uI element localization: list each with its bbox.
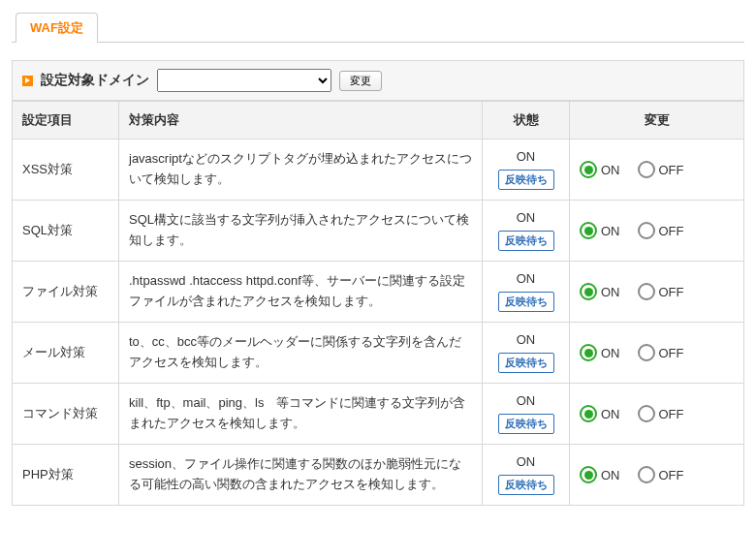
radio-circle-icon	[580, 283, 597, 300]
radio-off-label: OFF	[659, 285, 684, 299]
row-change-cell: ONOFF	[570, 140, 744, 201]
row-change-cell: ONOFF	[570, 201, 744, 262]
radio-circle-icon	[638, 405, 655, 422]
radio-group: ONOFF	[580, 405, 734, 422]
row-description: javascriptなどのスクリプトタグが埋め込まれたアクセスについて検知します…	[119, 140, 483, 201]
radio-circle-icon	[638, 222, 655, 239]
domain-label: 設定対象ドメイン	[41, 72, 149, 89]
radio-on-label: ON	[601, 285, 620, 299]
domain-select[interactable]	[157, 69, 331, 92]
radio-off-label: OFF	[659, 163, 684, 177]
radio-on[interactable]: ON	[580, 466, 620, 483]
status-value: ON	[492, 332, 559, 347]
radio-on[interactable]: ON	[580, 161, 620, 178]
radio-circle-icon	[580, 344, 597, 361]
radio-off[interactable]: OFF	[638, 466, 684, 483]
row-status-cell: ON反映待ち	[483, 140, 570, 201]
table-header-row: 設定項目 対策内容 状態 変更	[13, 102, 744, 140]
radio-on[interactable]: ON	[580, 405, 620, 422]
radio-off-label: OFF	[659, 346, 684, 360]
radio-circle-icon	[580, 222, 597, 239]
row-status-cell: ON反映待ち	[483, 201, 570, 262]
radio-on-label: ON	[601, 468, 620, 482]
status-badge: 反映待ち	[498, 414, 554, 434]
radio-group: ONOFF	[580, 344, 734, 361]
radio-off[interactable]: OFF	[638, 344, 684, 361]
radio-off[interactable]: OFF	[638, 283, 684, 300]
radio-off-label: OFF	[659, 468, 684, 482]
status-value: ON	[492, 149, 559, 164]
row-item-name: XSS対策	[13, 140, 119, 201]
arrow-bullet-icon	[22, 76, 33, 86]
table-row: メール対策to、cc、bcc等のメールヘッダーに関係する文字列を含んだアクセスを…	[13, 323, 744, 384]
radio-group: ONOFF	[580, 283, 734, 300]
status-badge: 反映待ち	[498, 170, 554, 190]
row-status-cell: ON反映待ち	[483, 262, 570, 323]
status-badge: 反映待ち	[498, 292, 554, 312]
radio-on-label: ON	[601, 224, 620, 238]
row-description: .htpasswd .htaccess httpd.conf等、サーバーに関連す…	[119, 262, 483, 323]
radio-circle-icon	[638, 344, 655, 361]
status-value: ON	[492, 454, 559, 469]
radio-circle-icon	[580, 405, 597, 422]
status-value: ON	[492, 210, 559, 225]
radio-circle-icon	[638, 161, 655, 178]
row-description: SQL構文に該当する文字列が挿入されたアクセスについて検知します。	[119, 201, 483, 262]
row-item-name: ファイル対策	[13, 262, 119, 323]
tab-waf-settings[interactable]: WAF設定	[16, 13, 98, 43]
table-row: XSS対策javascriptなどのスクリプトタグが埋め込まれたアクセスについて…	[13, 140, 744, 201]
radio-circle-icon	[638, 283, 655, 300]
row-item-name: PHP対策	[13, 445, 119, 506]
waf-settings-table: 設定項目 対策内容 状態 変更 XSS対策javascriptなどのスクリプトタ…	[12, 101, 744, 506]
row-description: session、ファイル操作に関連する関数のほか脆弱性元になる可能性の高い関数の…	[119, 445, 483, 506]
radio-on-label: ON	[601, 163, 620, 177]
radio-on[interactable]: ON	[580, 283, 620, 300]
row-change-cell: ONOFF	[570, 384, 744, 445]
header-description: 対策内容	[119, 102, 483, 140]
table-row: コマンド対策kill、ftp、mail、ping、ls 等コマンドに関連する文字…	[13, 384, 744, 445]
row-change-cell: ONOFF	[570, 262, 744, 323]
radio-circle-icon	[580, 161, 597, 178]
table-row: PHP対策session、ファイル操作に関連する関数のほか脆弱性元になる可能性の…	[13, 445, 744, 506]
tab-bar: WAF設定	[12, 12, 744, 43]
row-status-cell: ON反映待ち	[483, 445, 570, 506]
radio-group: ONOFF	[580, 222, 734, 239]
radio-circle-icon	[580, 466, 597, 483]
radio-off[interactable]: OFF	[638, 161, 684, 178]
row-change-cell: ONOFF	[570, 445, 744, 506]
row-description: kill、ftp、mail、ping、ls 等コマンドに関連する文字列が含まれた…	[119, 384, 483, 445]
row-item-name: メール対策	[13, 323, 119, 384]
row-change-cell: ONOFF	[570, 323, 744, 384]
radio-on-label: ON	[601, 346, 620, 360]
table-row: ファイル対策.htpasswd .htaccess httpd.conf等、サー…	[13, 262, 744, 323]
radio-group: ONOFF	[580, 466, 734, 483]
radio-off[interactable]: OFF	[638, 405, 684, 422]
header-item: 設定項目	[13, 102, 119, 140]
row-item-name: SQL対策	[13, 201, 119, 262]
radio-circle-icon	[638, 466, 655, 483]
header-change: 変更	[570, 102, 744, 140]
header-status: 状態	[483, 102, 570, 140]
radio-off-label: OFF	[659, 224, 684, 238]
radio-group: ONOFF	[580, 161, 734, 178]
radio-off[interactable]: OFF	[638, 222, 684, 239]
table-row: SQL対策SQL構文に該当する文字列が挿入されたアクセスについて検知します。ON…	[13, 201, 744, 262]
domain-selection-bar: 設定対象ドメイン 変更	[12, 60, 744, 101]
radio-on[interactable]: ON	[580, 344, 620, 361]
status-badge: 反映待ち	[498, 353, 554, 373]
row-item-name: コマンド対策	[13, 384, 119, 445]
row-status-cell: ON反映待ち	[483, 323, 570, 384]
row-status-cell: ON反映待ち	[483, 384, 570, 445]
status-badge: 反映待ち	[498, 475, 554, 495]
radio-on[interactable]: ON	[580, 222, 620, 239]
status-badge: 反映待ち	[498, 231, 554, 251]
radio-on-label: ON	[601, 407, 620, 421]
status-value: ON	[492, 393, 559, 408]
domain-change-button[interactable]: 変更	[339, 71, 382, 91]
row-description: to、cc、bcc等のメールヘッダーに関係する文字列を含んだアクセスを検知します…	[119, 323, 483, 384]
radio-off-label: OFF	[659, 407, 684, 421]
status-value: ON	[492, 271, 559, 286]
